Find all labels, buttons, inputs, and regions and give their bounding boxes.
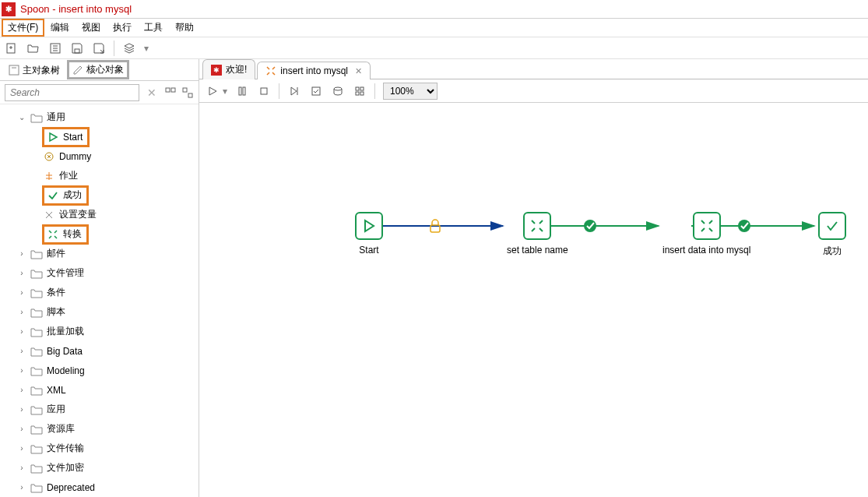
tree-folder[interactable]: ›文件管理 (0, 263, 199, 283)
tree-item-job[interactable]: 作业 (0, 166, 199, 185)
tree-folder-label: Modeling (47, 365, 85, 376)
tree-folder-label: 条件 (47, 286, 65, 299)
tree-folder[interactable]: ›批量加载 (0, 322, 199, 341)
menu-tools[interactable]: 工具 (138, 19, 169, 37)
toolbar-sep (114, 41, 114, 56)
collapse-all-icon[interactable] (181, 86, 194, 99)
chevron-down-icon[interactable]: ⌄ (17, 113, 26, 122)
close-tab-icon[interactable]: ✕ (355, 66, 362, 76)
tree-item-transform[interactable]: 转换 (0, 224, 199, 244)
titlebar: ✱ Spoon - insert into mysql (0, 0, 868, 19)
run-dropdown-icon[interactable]: ▾ (223, 86, 227, 97)
impact-icon[interactable] (353, 84, 367, 98)
tree-general[interactable]: ⌄ 通用 (0, 108, 199, 127)
chevron-right-icon[interactable]: › (17, 464, 26, 472)
chevron-right-icon[interactable]: › (17, 386, 26, 394)
tree-folder[interactable]: ›应用 (0, 400, 199, 419)
expand-all-icon[interactable] (164, 86, 177, 99)
search-input[interactable] (5, 84, 139, 101)
tree-folder[interactable]: ›资源库 (0, 419, 199, 439)
tab-main-tree[interactable]: 主对象树 (2, 60, 67, 80)
setvar-icon (42, 208, 56, 222)
pause-icon[interactable] (235, 84, 249, 98)
sql-icon[interactable] (331, 84, 345, 98)
tab-job[interactable]: insert into mysql ✕ (257, 62, 371, 79)
svg-rect-20 (356, 87, 359, 90)
chevron-right-icon[interactable]: › (17, 483, 26, 492)
svg-rect-17 (261, 88, 267, 94)
chevron-right-icon[interactable]: › (17, 249, 26, 258)
dummy-icon (42, 150, 56, 164)
svg-rect-18 (312, 87, 320, 95)
folder-icon (30, 344, 44, 358)
tab-job-label: insert into mysql (280, 65, 348, 76)
tree-folder-label: 资源库 (47, 422, 75, 435)
svg-point-19 (334, 87, 342, 90)
tree-folder[interactable]: ›文件传输 (0, 439, 199, 458)
tree-item-setvar[interactable]: 设置变量 (0, 205, 199, 224)
tree-folder[interactable]: ›Modeling (0, 361, 199, 380)
canvas[interactable]: Start set table name insert data into my… (199, 103, 868, 497)
tab-welcome[interactable]: ✱ 欢迎! (202, 59, 255, 79)
tree-item-setvar-label: 设置变量 (59, 208, 97, 221)
clear-search-icon[interactable]: ✕ (144, 86, 160, 99)
tree-item-start[interactable]: Start (0, 127, 199, 146)
tab-core-objects-label: 核心对象 (86, 63, 124, 76)
tree-item-dummy[interactable]: Dummy (0, 146, 199, 166)
menu-help[interactable]: 帮助 (169, 19, 200, 37)
tree-item-transform-label: 转换 (63, 227, 82, 241)
check-icon[interactable] (309, 84, 323, 98)
tree-folder[interactable]: ›邮件 (0, 244, 199, 263)
canvas-toolbar: ▾ 100% (199, 79, 868, 103)
chevron-right-icon[interactable]: › (17, 269, 26, 277)
tree-folder[interactable]: ›条件 (0, 283, 199, 302)
menubar: 文件(F) 编辑 视图 执行 工具 帮助 (0, 19, 868, 37)
open-icon[interactable] (26, 41, 40, 55)
node-insert[interactable]: insert data into mysql (662, 212, 750, 256)
folder-icon (30, 286, 44, 300)
chevron-right-icon[interactable]: › (17, 288, 26, 297)
chevron-right-icon[interactable]: › (17, 405, 26, 414)
tree-item-success[interactable]: 成功 (0, 185, 199, 205)
node-success[interactable]: 成功 (818, 212, 846, 258)
saveas-icon[interactable] (92, 41, 106, 55)
tree-folder[interactable]: ›脚本 (0, 302, 199, 322)
chevron-right-icon[interactable]: › (17, 425, 26, 433)
replay-icon[interactable] (287, 84, 301, 98)
dropdown-icon[interactable]: ▾ (139, 41, 153, 55)
menu-view[interactable]: 视图 (76, 19, 107, 37)
layers-icon[interactable] (122, 41, 136, 55)
save-icon[interactable] (70, 41, 84, 55)
flow-connectors (199, 103, 868, 497)
run-icon[interactable] (206, 84, 220, 98)
tree-general-label: 通用 (47, 111, 65, 124)
check-icon (46, 189, 60, 203)
tree-folder[interactable]: ›文件加密 (0, 458, 199, 478)
new-icon[interactable] (5, 41, 19, 55)
stop-icon[interactable] (257, 84, 271, 98)
chevron-right-icon[interactable]: › (17, 347, 26, 355)
folder-icon (30, 481, 44, 495)
tree-folder[interactable]: ›XML (0, 380, 199, 400)
zoom-select[interactable]: 100% (383, 83, 438, 100)
app-icon: ✱ (211, 65, 222, 76)
folder-icon (30, 383, 44, 397)
tree-item-dummy-label: Dummy (59, 151, 91, 162)
tab-core-objects[interactable]: 核心对象 (67, 60, 129, 79)
transform-icon (523, 212, 551, 240)
node-start[interactable]: Start (355, 212, 383, 256)
chevron-right-icon[interactable]: › (17, 308, 26, 316)
tree-folder[interactable]: ›Big Data (0, 341, 199, 361)
chevron-right-icon[interactable]: › (17, 444, 26, 453)
menu-edit[interactable]: 编辑 (44, 19, 76, 37)
node-set-table[interactable]: set table name (507, 212, 568, 256)
explore-icon[interactable] (48, 41, 62, 55)
folder-icon (30, 266, 44, 280)
tree-folder[interactable]: ›Deprecated (0, 478, 199, 497)
menu-file[interactable]: 文件(F) (2, 19, 44, 37)
chevron-right-icon[interactable]: › (17, 327, 26, 336)
sidebar: 主对象树 核心对象 ✕ ⌄ 通用 Start (0, 59, 199, 497)
chevron-right-icon[interactable]: › (17, 366, 26, 375)
tree-item-success-label: 成功 (63, 189, 82, 202)
menu-run[interactable]: 执行 (107, 19, 138, 37)
